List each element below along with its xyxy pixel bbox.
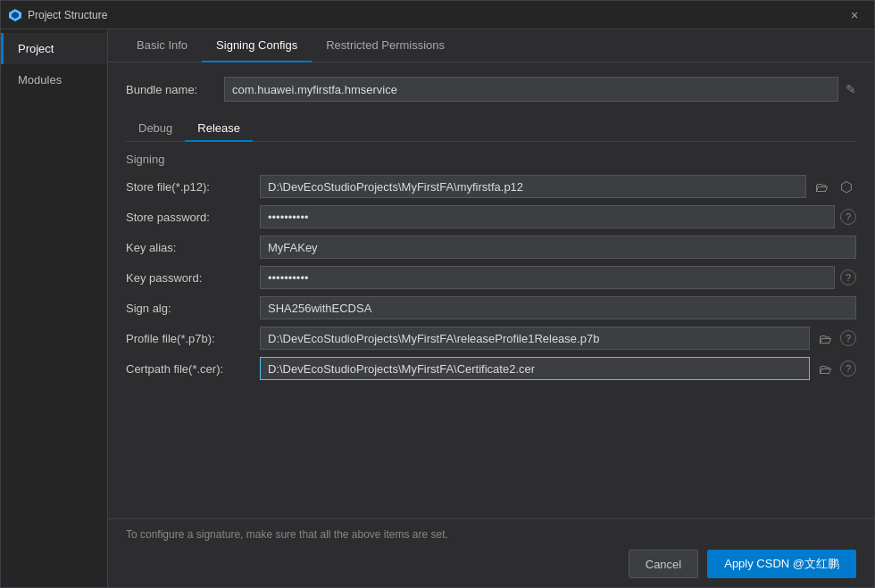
sub-tab-release[interactable]: Release — [185, 116, 253, 142]
tab-restricted-permissions[interactable]: Restricted Permissions — [312, 29, 459, 62]
sign-alg-row: Sign alg: — [126, 296, 856, 319]
bundle-name-input[interactable] — [224, 77, 838, 102]
sub-tab-bar: Debug Release — [126, 116, 856, 142]
profile-file-input[interactable] — [260, 327, 810, 350]
store-password-label: Store password: — [126, 211, 260, 224]
close-button[interactable]: × — [842, 3, 867, 28]
store-file-label: Store file(*.p12): — [126, 180, 260, 194]
sign-alg-input[interactable] — [260, 296, 856, 319]
store-password-row: Store password: ? — [126, 205, 856, 228]
key-password-label: Key password: — [126, 271, 260, 285]
sidebar: Project Modules — [1, 29, 108, 587]
signing-section-title: Signing — [126, 153, 856, 166]
button-row: Cancel Apply CSDN @文红鹏 — [126, 550, 856, 578]
sign-alg-label: Sign alg: — [126, 302, 260, 315]
panel-content: Bundle name: ✎ Debug Release Signing — [108, 62, 874, 518]
content-area: Project Modules Basic Info Signing Confi… — [1, 29, 874, 587]
key-alias-label: Key alias: — [126, 241, 260, 254]
profile-file-label: Profile file(*.p7b): — [126, 332, 260, 345]
help-icon[interactable]: ? — [840, 209, 856, 225]
store-file-input[interactable] — [260, 175, 806, 198]
apply-button[interactable]: Apply CSDN @文红鹏 — [707, 550, 856, 578]
profile-help-icon[interactable]: ? — [840, 330, 856, 346]
project-structure-dialog: Project Structure × Project Modules Basi… — [0, 0, 875, 588]
key-password-row: Key password: ? — [126, 266, 856, 289]
sidebar-item-project[interactable]: Project — [1, 33, 107, 64]
main-panel: Basic Info Signing Configs Restricted Pe… — [108, 29, 874, 587]
certpath-file-label: Certpath file(*.cer): — [126, 362, 260, 376]
folder-icon[interactable]: 🗁 — [812, 179, 831, 195]
cancel-button[interactable]: Cancel — [629, 550, 698, 578]
cert-help-icon[interactable]: ? — [840, 360, 856, 377]
bundle-edit-icon[interactable]: ✎ — [846, 82, 856, 96]
tab-signing-configs[interactable]: Signing Configs — [202, 29, 312, 62]
main-tab-bar: Basic Info Signing Configs Restricted Pe… — [108, 29, 874, 62]
key-password-input[interactable] — [260, 266, 835, 289]
key-alias-input[interactable] — [260, 236, 856, 259]
bottom-bar: To configure a signature, make sure that… — [108, 518, 874, 587]
store-file-row: Store file(*.p12): 🗁 ⬡ — [126, 175, 856, 198]
certpath-file-input[interactable] — [260, 357, 810, 380]
titlebar-title: Project Structure — [28, 9, 842, 21]
bundle-name-label: Bundle name: — [126, 83, 224, 96]
hint-text: To configure a signature, make sure that… — [126, 528, 856, 541]
key-alias-row: Key alias: — [126, 236, 856, 259]
tab-basic-info[interactable]: Basic Info — [122, 29, 202, 62]
titlebar: Project Structure × — [1, 1, 874, 29]
store-password-input[interactable] — [260, 205, 835, 228]
cert-folder-icon[interactable]: 🗁 — [815, 361, 835, 377]
sidebar-item-modules[interactable]: Modules — [1, 64, 107, 95]
profile-file-row: Profile file(*.p7b): 🗁 ? — [126, 327, 856, 350]
key-help-icon[interactable]: ? — [840, 269, 856, 286]
fingerprint-icon[interactable]: ⬡ — [837, 178, 856, 195]
sub-tab-debug[interactable]: Debug — [126, 116, 185, 142]
bundle-name-row: Bundle name: ✎ — [126, 77, 856, 102]
app-icon — [8, 8, 22, 22]
certpath-file-row: Certpath file(*.cer): 🗁 ? — [126, 357, 856, 380]
profile-folder-icon[interactable]: 🗁 — [815, 331, 835, 346]
